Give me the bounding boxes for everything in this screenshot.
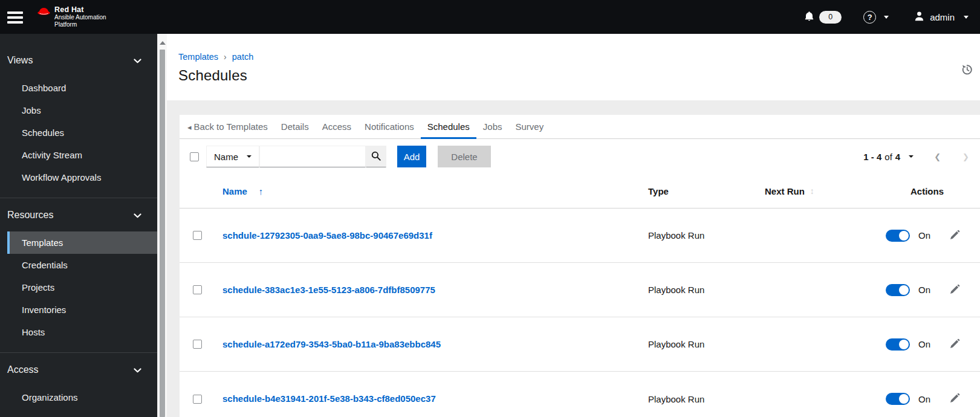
- schedule-name-link[interactable]: schedule-b4e31941-201f-5e38-b343-cf8ed05…: [222, 393, 436, 404]
- schedule-type: Playbook Run: [638, 230, 755, 241]
- row-checkbox[interactable]: [193, 231, 202, 240]
- brand-subtitle-2: Platform: [54, 21, 106, 28]
- pagination-prev-button[interactable]: ❮: [934, 152, 941, 161]
- toggle-knob: [899, 231, 909, 241]
- main-content: Templates › patch Schedules: [167, 34, 980, 417]
- schedule-name-link[interactable]: schedule-a172ed79-3543-5ba0-b11a-9ba83eb…: [222, 339, 441, 349]
- nav-divider: [0, 198, 157, 198]
- schedule-enabled-toggle[interactable]: [886, 338, 910, 351]
- sidebar-item-credentials[interactable]: Credentials: [0, 254, 157, 276]
- pagination-range: 1 - 4: [863, 152, 881, 162]
- user-name: admin: [930, 12, 955, 22]
- breadcrumb-link-templates[interactable]: Templates: [178, 52, 218, 62]
- nav-section-resources: Resources Templates Credentials Projects…: [0, 205, 157, 353]
- schedule-enabled-toggle[interactable]: [886, 284, 910, 296]
- page-section: ◂Back to Templates Details Access Notifi…: [167, 100, 980, 417]
- tab-jobs[interactable]: Jobs: [476, 115, 509, 138]
- schedule-name-link[interactable]: schdule-12792305-0aa9-5ae8-98bc-90467e69…: [222, 230, 432, 241]
- help-icon: ?: [863, 11, 876, 24]
- column-label: Next Run: [765, 186, 805, 196]
- schedule-enabled-toggle[interactable]: [886, 230, 910, 242]
- masthead: Red Hat Ansible Automation Platform 0 ?: [0, 0, 980, 34]
- sidebar-item-organizations[interactable]: Organizations: [0, 386, 157, 409]
- notification-badge[interactable]: 0: [819, 11, 842, 24]
- sidebar-item-workflow-approvals[interactable]: Workflow Approvals: [0, 166, 157, 189]
- column-header-next-run[interactable]: Next Run ↕: [755, 186, 874, 196]
- user-icon: [914, 11, 924, 23]
- tab-survey[interactable]: Survey: [509, 115, 551, 138]
- pencil-icon: [950, 284, 960, 296]
- table-row: schedule-a172ed79-3543-5ba0-b11a-9ba83eb…: [180, 317, 980, 372]
- sort-inactive-icon[interactable]: ↕: [810, 186, 814, 196]
- sidebar-item-inventories[interactable]: Inventories: [0, 299, 157, 321]
- tab-bar: ◂Back to Templates Details Access Notifi…: [180, 115, 980, 139]
- pagination-caret-down-icon[interactable]: [909, 155, 913, 158]
- table-row: schdule-12792305-0aa9-5ae8-98bc-90467e69…: [180, 208, 980, 263]
- user-menu-button[interactable]: admin: [914, 11, 969, 23]
- toggle-state-label: On: [918, 339, 932, 349]
- add-button[interactable]: Add: [397, 146, 426, 167]
- help-menu-button[interactable]: ?: [863, 11, 889, 24]
- row-checkbox[interactable]: [193, 340, 202, 349]
- row-checkbox[interactable]: [193, 285, 202, 294]
- column-header-name[interactable]: Name ↑: [215, 186, 638, 196]
- caret-down-icon: [247, 155, 251, 158]
- sidebar-item-dashboard[interactable]: Dashboard: [0, 77, 157, 99]
- breadcrumb-link-patch[interactable]: patch: [232, 52, 253, 62]
- delete-button[interactable]: Delete: [438, 146, 491, 167]
- schedule-enabled-toggle[interactable]: [886, 393, 910, 405]
- notifications-button[interactable]: 0: [805, 11, 842, 24]
- sidebar-item-activity-stream[interactable]: Activity Stream: [0, 144, 157, 166]
- search-button[interactable]: [366, 146, 386, 167]
- tab-details[interactable]: Details: [274, 115, 316, 138]
- nav-list-access: Organizations: [0, 386, 157, 409]
- filter-type-select[interactable]: Name: [206, 146, 259, 167]
- sidebar-item-templates[interactable]: Templates: [7, 231, 157, 254]
- sidebar-item-jobs[interactable]: Jobs: [0, 99, 157, 121]
- tab-notifications[interactable]: Notifications: [358, 115, 421, 138]
- schedules-card: ◂Back to Templates Details Access Notifi…: [180, 115, 980, 417]
- edit-schedule-button[interactable]: [950, 393, 960, 405]
- nav-group-views[interactable]: Views: [0, 51, 157, 70]
- brand-name: Red Hat: [54, 6, 106, 14]
- scrollbar-thumb[interactable]: [160, 50, 165, 417]
- schedule-type: Playbook Run: [638, 394, 755, 404]
- nav-list-views: Dashboard Jobs Schedules Activity Stream…: [0, 77, 157, 189]
- select-all-checkbox[interactable]: [190, 152, 199, 161]
- pencil-icon: [950, 338, 960, 351]
- sidebar-item-projects[interactable]: Projects: [0, 276, 157, 299]
- scrollbar[interactable]: [157, 34, 167, 417]
- history-button[interactable]: [961, 64, 973, 77]
- schedule-name-link[interactable]: schedule-383ac1e3-1e55-5123-a806-7dfbf85…: [222, 285, 435, 295]
- edit-schedule-button[interactable]: [950, 338, 960, 351]
- tab-label: Jobs: [483, 121, 502, 132]
- sidebar-item-schedules[interactable]: Schedules: [0, 121, 157, 144]
- bell-icon: [805, 11, 814, 24]
- row-checkbox[interactable]: [193, 395, 202, 404]
- toggle-state-label: On: [918, 285, 932, 295]
- toggle-state-label: On: [918, 394, 932, 404]
- schedule-type: Playbook Run: [638, 285, 755, 295]
- nav-group-access[interactable]: Access: [0, 360, 157, 380]
- tab-back-to-templates[interactable]: ◂Back to Templates: [181, 115, 274, 138]
- sidebar-item-hosts[interactable]: Hosts: [0, 321, 157, 343]
- app-window: Red Hat Ansible Automation Platform 0 ?: [0, 0, 980, 417]
- breadcrumb-separator-icon: ›: [224, 52, 227, 62]
- nav-toggle-button[interactable]: [7, 11, 23, 24]
- search-input[interactable]: [259, 146, 366, 167]
- nav-group-resources[interactable]: Resources: [0, 205, 157, 225]
- pagination-next-button[interactable]: ❯: [962, 152, 969, 161]
- tab-access[interactable]: Access: [316, 115, 358, 138]
- edit-schedule-button[interactable]: [950, 284, 960, 296]
- pencil-icon: [950, 230, 960, 242]
- tab-label: Back to Templates: [194, 121, 268, 132]
- pencil-icon: [950, 393, 960, 405]
- nav-section-access: Access Organizations: [0, 360, 157, 409]
- chevron-down-icon: [134, 210, 141, 221]
- table-header-row: Name ↑ Type Next Run ↕ Actions: [180, 174, 980, 208]
- sort-ascending-icon[interactable]: ↑: [259, 186, 264, 196]
- scrollbar-up-arrow-icon[interactable]: [160, 41, 166, 45]
- schedules-table: Name ↑ Type Next Run ↕ Actions: [180, 174, 980, 417]
- tab-schedules[interactable]: Schedules: [421, 115, 476, 138]
- edit-schedule-button[interactable]: [950, 230, 960, 242]
